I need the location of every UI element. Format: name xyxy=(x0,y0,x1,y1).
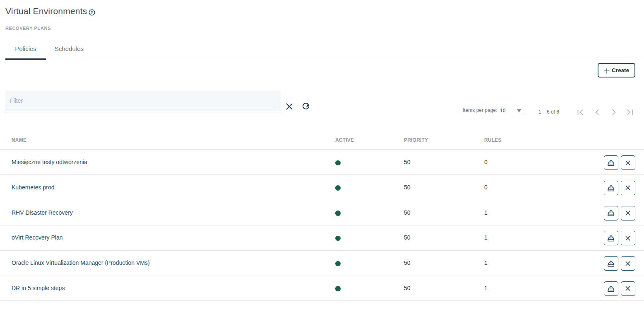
svg-text:?: ? xyxy=(91,10,93,15)
